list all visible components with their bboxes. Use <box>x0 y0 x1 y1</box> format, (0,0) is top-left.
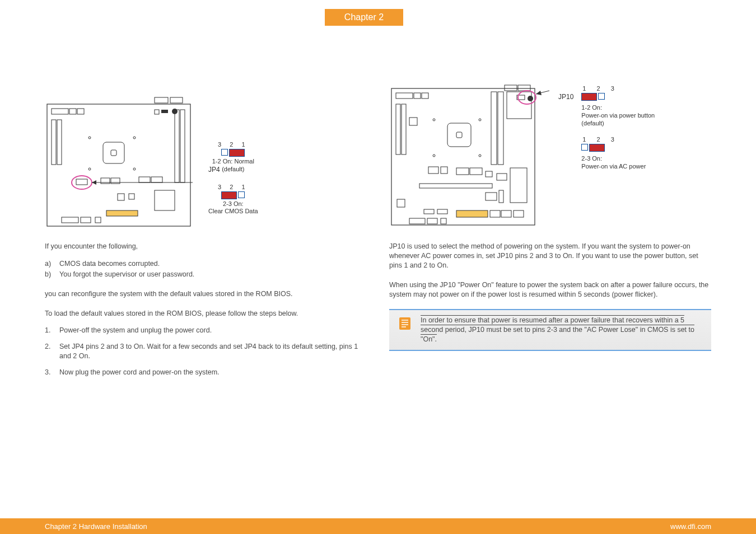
note-icon <box>397 316 413 331</box>
condition-a: a)CMOS data becomes corrupted. <box>45 259 367 269</box>
svg-rect-33 <box>391 88 535 225</box>
jp10-ac-label: 2-3 On: Power-on via AC power <box>581 155 655 171</box>
jp10-label: JP10 <box>558 93 573 101</box>
motherboard-diagram-jp4 <box>45 84 202 232</box>
svg-point-29 <box>172 109 178 114</box>
svg-rect-28 <box>161 110 168 113</box>
footer-right: www.dfi.com <box>670 522 711 531</box>
pin-numbers: 1 2 3 <box>581 136 655 143</box>
step-list: 1.Power-off the system and unplug the po… <box>45 326 367 377</box>
jp4-clear-label: 2-3 On: Clear CMOS Data <box>208 200 258 216</box>
jumper-pins-icon <box>208 191 258 199</box>
jp4-legend: 3 2 1 1-2 On: Normal (default) JP4 <box>208 84 258 216</box>
svg-point-51 <box>528 96 533 101</box>
jp10-board-section: JP10 1 2 3 1-2 On: Power-on via power bu… <box>389 84 711 232</box>
footer-bar: Chapter 2 Hardware Installation www.dfi.… <box>0 518 756 534</box>
pin-numbers: 1 2 3 <box>581 85 655 92</box>
jp10-button-label: 1-2 On: Power-on via power button (defau… <box>581 104 655 127</box>
jp10-para1: JP10 is used to select the method of pow… <box>389 242 711 270</box>
jp10-setting-button: 1 2 3 1-2 On: Power-on via power button … <box>581 85 655 127</box>
left-column: 3 2 1 1-2 On: Normal (default) JP4 <box>45 84 367 384</box>
jumper-pins-icon <box>581 144 655 152</box>
footer-left: Chapter 2 Hardware Installation <box>45 522 147 531</box>
note-text: In order to ensure that power is resumed… <box>421 316 703 344</box>
condition-list: a)CMOS data becomes corrupted. b)You for… <box>45 259 367 279</box>
svg-rect-0 <box>47 104 190 226</box>
note-box: In order to ensure that power is resumed… <box>389 309 711 351</box>
para-reconfigure: you can reconfigure the system with the … <box>45 289 367 299</box>
svg-rect-20 <box>106 210 138 216</box>
svg-marker-74 <box>536 91 542 95</box>
right-column: JP10 1 2 3 1-2 On: Power-on via power bu… <box>389 84 711 384</box>
step-1: 1.Power-off the system and unplug the po… <box>45 326 367 335</box>
condition-b: b)You forgot the supervisor or user pass… <box>45 270 367 279</box>
jp4-setting-clear: 3 2 1 2-3 On: Clear CMOS Data <box>208 184 258 216</box>
jp4-label: JP4 <box>208 166 220 174</box>
jp10-legend: JP10 1 2 3 1-2 On: Power-on via power bu… <box>558 85 655 171</box>
step-2: 2.Set JP4 pins 2 and 3 to On. Wait for a… <box>45 342 367 361</box>
jumper-pins-icon <box>581 93 655 101</box>
two-column-layout: 3 2 1 1-2 On: Normal (default) JP4 <box>45 84 711 384</box>
step-3: 3.Now plug the power cord and power-on t… <box>45 368 367 377</box>
pin-numbers: 3 2 1 <box>208 141 258 148</box>
svg-rect-25 <box>155 97 168 103</box>
jp4-board-section: 3 2 1 1-2 On: Normal (default) JP4 <box>45 84 367 232</box>
svg-rect-63 <box>456 210 488 217</box>
page-content: Chapter 2 <box>0 0 756 518</box>
jumper-pins-icon <box>208 149 258 157</box>
chapter-tab: Chapter 2 <box>325 9 403 26</box>
para-load-defaults: To load the default values stored in the… <box>45 309 367 318</box>
jp10-para2: When using the JP10 "Power On" feature t… <box>389 280 711 299</box>
motherboard-diagram-jp10 <box>389 84 552 232</box>
svg-rect-75 <box>399 317 410 330</box>
intro-paragraph: If you encounter the following, <box>45 242 367 251</box>
svg-rect-26 <box>170 97 183 103</box>
jp10-setting-ac: 1 2 3 2-3 On: Power-on via AC power <box>581 136 655 171</box>
pin-numbers: 3 2 1 <box>208 184 258 190</box>
